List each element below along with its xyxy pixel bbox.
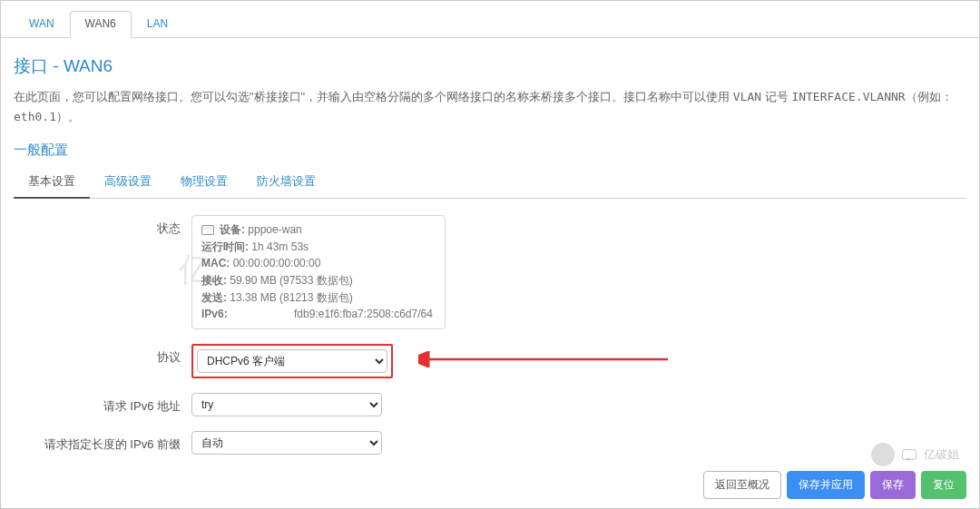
interface-icon — [201, 225, 214, 235]
desc-text-2: 记号 — [761, 90, 791, 103]
subtab-firewall[interactable]: 防火墙设置 — [242, 168, 330, 198]
tab-lan[interactable]: LAN — [132, 11, 183, 38]
subtab-basic[interactable]: 基本设置 — [14, 168, 90, 199]
status-tx-value: 13.38 MB (81213 数据包) — [230, 291, 352, 304]
subtab-advanced[interactable]: 高级设置 — [90, 168, 166, 198]
label-status: 状态 — [14, 215, 191, 237]
config-subtabs: 基本设置 高级设置 物理设置 防火墙设置 — [14, 168, 966, 199]
status-rx-value: 59.90 MB (97533 数据包) — [230, 274, 352, 287]
status-ipv6-label: IPv6: — [201, 308, 228, 320]
label-req-prefix: 请求指定长度的 IPv6 前缀 — [14, 431, 191, 453]
label-req-addr: 请求 IPv6 地址 — [14, 393, 191, 415]
status-rx-label: 接收: — [201, 274, 227, 287]
desc-text-3: （例如： — [906, 90, 953, 103]
status-device-value: pppoe-wan — [248, 223, 301, 236]
footer-actions: 返回至概况 保存并应用 保存 复位 — [703, 471, 966, 499]
req-addr-select[interactable]: try — [191, 393, 382, 416]
iface-token: INTERFACE.VLANNR — [791, 90, 905, 103]
status-ipv6-value: fdb9:e1f6:fba7:2508:c6d7/64 — [294, 308, 433, 320]
status-uptime-value: 1h 43m 53s — [251, 240, 309, 253]
back-button[interactable]: 返回至概况 — [703, 471, 781, 499]
status-box: 设备: pppoe-wan 运行时间: 1h 43m 53s MAC: 00:0… — [191, 215, 446, 329]
label-protocol: 协议 — [14, 344, 191, 366]
reset-button[interactable]: 复位 — [921, 471, 966, 499]
eth-token: eth0.1 — [14, 110, 56, 123]
status-tx-label: 发送: — [201, 291, 227, 304]
status-device-label: 设备: — [220, 223, 245, 236]
desc-text: 在此页面，您可以配置网络接口。您可以勾选"桥接接口"，并输入由空格分隔的多个网络… — [14, 90, 733, 103]
row-req-prefix: 请求指定长度的 IPv6 前缀 自动 — [14, 431, 966, 455]
interface-tabs: WAN WAN6 LAN — [1, 1, 979, 38]
status-mac-label: MAC: — [201, 257, 230, 269]
save-apply-button[interactable]: 保存并应用 — [787, 471, 865, 499]
desc-text-4: ）。 — [56, 110, 80, 123]
vlan-token: VLAN — [733, 90, 761, 103]
section-general-cfg: 一般配置 — [14, 142, 966, 159]
protocol-select[interactable]: DHCPv6 客户端 — [197, 349, 387, 373]
req-prefix-select[interactable]: 自动 — [191, 431, 382, 455]
page-title: 接口 - WAN6 — [14, 54, 966, 78]
annotation-arrow-icon — [418, 351, 672, 367]
subtab-physical[interactable]: 物理设置 — [166, 168, 242, 198]
status-uptime-label: 运行时间: — [201, 240, 249, 253]
tab-wan[interactable]: WAN — [14, 11, 70, 38]
save-button[interactable]: 保存 — [870, 471, 916, 499]
page-description: 在此页面，您可以配置网络接口。您可以勾选"桥接接口"，并输入由空格分隔的多个网络… — [14, 87, 966, 127]
row-protocol: 协议 DHCPv6 客户端 — [14, 344, 966, 378]
protocol-highlight: DHCPv6 客户端 — [191, 344, 393, 378]
status-mac-value: 00:00:00:00:00:00 — [233, 257, 321, 269]
row-status: 状态 设备: pppoe-wan 运行时间: 1h 43m 53s MAC: 0… — [14, 215, 966, 329]
tab-wan6[interactable]: WAN6 — [70, 11, 132, 38]
row-req-addr: 请求 IPv6 地址 try — [14, 393, 966, 416]
